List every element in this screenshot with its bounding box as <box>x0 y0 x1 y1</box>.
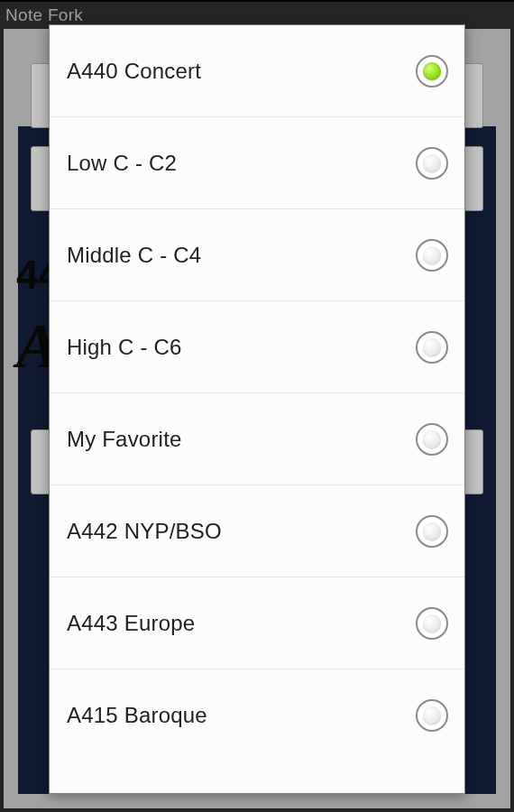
preset-option[interactable]: A440 Concert <box>50 25 464 117</box>
radio-unselected-icon <box>423 706 441 724</box>
radio-unselected-icon <box>423 430 441 448</box>
radio-unselected-icon <box>423 614 441 632</box>
radio-button[interactable] <box>416 239 448 272</box>
preset-option[interactable]: My Favorite <box>50 393 464 485</box>
radio-button[interactable] <box>416 147 448 180</box>
preset-option-label: My Favorite <box>67 427 182 452</box>
radio-unselected-icon <box>423 522 441 540</box>
radio-unselected-icon <box>423 246 441 264</box>
preset-option[interactable]: High C - C6 <box>50 301 464 393</box>
radio-button[interactable] <box>416 515 448 548</box>
preset-option-label: A442 NYP/BSO <box>67 519 222 544</box>
radio-unselected-icon <box>423 338 441 356</box>
screen: Note Fork 44 A A440 ConcertLow C - C2Mid… <box>0 0 514 812</box>
radio-unselected-icon <box>423 154 441 172</box>
radio-button[interactable] <box>416 699 448 732</box>
radio-button[interactable] <box>416 423 448 456</box>
preset-option-label: A443 Europe <box>67 611 195 636</box>
radio-button[interactable] <box>416 55 448 88</box>
preset-option-label: Middle C - C4 <box>67 243 201 268</box>
preset-dialog: A440 ConcertLow C - C2Middle C - C4High … <box>49 24 465 794</box>
preset-option[interactable]: A415 Baroque <box>50 669 464 761</box>
preset-option[interactable]: A443 Europe <box>50 577 464 669</box>
preset-option[interactable]: Low C - C2 <box>50 117 464 209</box>
preset-option-label: High C - C6 <box>67 335 182 360</box>
radio-button[interactable] <box>416 331 448 364</box>
preset-option-label: Low C - C2 <box>67 151 177 176</box>
radio-button[interactable] <box>416 607 448 640</box>
preset-option-label: A440 Concert <box>67 59 201 84</box>
preset-option[interactable]: A442 NYP/BSO <box>50 485 464 577</box>
preset-option[interactable]: Middle C - C4 <box>50 209 464 301</box>
radio-selected-icon <box>423 62 441 80</box>
preset-option-label: A415 Baroque <box>67 703 207 728</box>
modal-overlay[interactable]: A440 ConcertLow C - C2Middle C - C4High … <box>0 0 514 812</box>
